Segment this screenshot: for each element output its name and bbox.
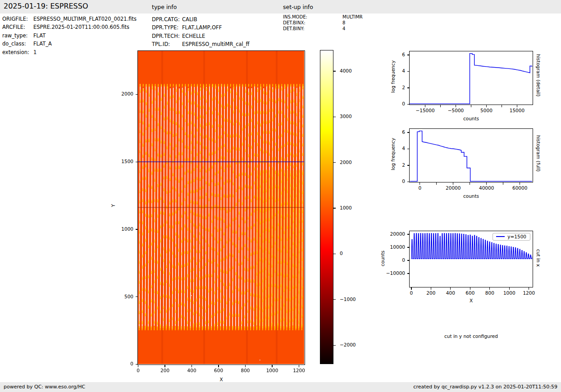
info-value: FLAT,LAMP,OFF xyxy=(182,23,222,32)
tick-mark xyxy=(299,365,299,367)
info-row: extension:1 xyxy=(2,48,137,56)
tick-mark xyxy=(407,132,410,132)
tick-mark xyxy=(517,105,517,107)
tick-mark xyxy=(431,287,431,290)
info-label: DPR.TYPE: xyxy=(152,23,182,32)
tick-label: 0 xyxy=(404,185,436,191)
footer-bar: powered by QC: www.eso.org/HC created by… xyxy=(0,382,561,392)
info-value: ESPRE.2025-01-20T11:00:00.605.fits xyxy=(33,23,129,31)
tick-mark xyxy=(136,296,138,297)
tick-label: 60000 xyxy=(504,185,536,191)
info-row: DET.BINX:8 xyxy=(283,20,363,26)
tick-mark xyxy=(456,105,456,107)
tick-mark xyxy=(407,182,410,182)
tick-label: −10000 xyxy=(379,270,405,276)
info-value: ESPRESSO_multiMR_cal_ff xyxy=(182,40,249,48)
tick-label: 500 xyxy=(107,294,133,299)
tick-mark xyxy=(333,162,336,163)
tick-mark xyxy=(407,273,410,273)
info-value: MULTIMR xyxy=(342,14,363,20)
tick-mark xyxy=(425,105,425,107)
tick-mark xyxy=(333,345,336,346)
info-label: DET.BINY: xyxy=(283,26,342,32)
tick-mark xyxy=(272,365,272,367)
tick-mark xyxy=(450,287,451,290)
tick-label: 1200 xyxy=(283,368,315,373)
tick-label: 2 xyxy=(379,162,405,168)
tick-label: −5000 xyxy=(440,108,472,113)
tick-mark xyxy=(407,234,410,234)
footer-right-text: created by qc_rawdisp.py v1.2.3 on 2025-… xyxy=(413,384,557,390)
tick-label: 5000 xyxy=(470,108,502,113)
info-row: ORIGFILE:ESPRESSO_MULTIMR_FLAT020_0021.f… xyxy=(2,15,137,23)
tick-label: 1500 xyxy=(107,159,133,164)
info-label: ORIGFILE: xyxy=(2,15,33,23)
tick-mark xyxy=(440,105,441,107)
tick-mark xyxy=(164,365,165,367)
tick-mark xyxy=(407,165,410,165)
info-label: DPR.CATG: xyxy=(152,15,182,23)
tick-mark xyxy=(509,287,510,290)
section-label-setup-info: set-up info xyxy=(283,4,313,10)
hist-detail-xaxis-label: counts xyxy=(409,116,533,121)
colorbar xyxy=(320,50,333,364)
tick-label: 1000 xyxy=(340,205,352,210)
info-row: DPR.TECH:ECHELLE xyxy=(152,32,249,40)
footer-left-text: powered by QC: www.eso.org/HC xyxy=(4,384,85,390)
info-value: FLAT_A xyxy=(33,40,52,48)
info-label: DPR.TECH: xyxy=(152,32,182,40)
hist-detail-right-label: histogram (detail) xyxy=(536,54,541,96)
tick-mark xyxy=(407,71,410,72)
tick-mark xyxy=(136,229,138,229)
header-bar: 2025-01-19: ESPRESSO type info set-up in… xyxy=(0,0,561,14)
tick-mark xyxy=(407,260,410,260)
info-label: do_class: xyxy=(2,40,33,48)
raw-image-canvas xyxy=(138,51,304,364)
hist-full-xaxis-label: counts xyxy=(409,193,533,199)
tick-label: 6 xyxy=(379,129,405,135)
cut-in-y-note: cut in y not configured xyxy=(409,333,533,339)
tick-mark xyxy=(489,287,490,290)
info-value: ECHELLE xyxy=(182,32,205,40)
info-row: ARCFILE:ESPRE.2025-01-20T11:00:00.605.fi… xyxy=(2,23,137,31)
tick-label: 4 xyxy=(379,68,405,73)
tick-mark xyxy=(136,364,138,365)
info-value: CALIB xyxy=(182,15,197,23)
tick-label: 2000 xyxy=(340,160,352,165)
info-label: raw_type: xyxy=(2,32,33,40)
legend: y=1500 xyxy=(493,233,530,241)
raw-image-plot xyxy=(137,50,305,365)
info-row: DET.BINY:4 xyxy=(283,26,363,32)
tick-label: 10000 xyxy=(379,244,405,250)
info-value: 4 xyxy=(342,26,345,32)
info-row: TPL.ID:ESPRESSO_multiMR_cal_ff xyxy=(152,40,249,48)
tick-mark xyxy=(333,208,336,208)
tick-mark xyxy=(486,182,487,185)
tick-mark xyxy=(333,254,336,254)
tick-mark xyxy=(407,87,410,88)
tick-mark xyxy=(136,162,138,162)
tick-mark xyxy=(420,182,420,185)
info-value: FLAT xyxy=(33,32,46,40)
info-row: raw_type:FLAT xyxy=(2,32,137,40)
info-value: ESPRESSO_MULTIMR_FLAT020_0021.fits xyxy=(33,15,137,23)
legend-label: y=1500 xyxy=(507,234,526,239)
info-value: 8 xyxy=(342,20,345,26)
info-row: DPR.CATG:CALIB xyxy=(152,15,249,23)
tick-label: 4000 xyxy=(340,68,352,73)
tick-mark xyxy=(192,365,192,367)
info-label: DET.BINX: xyxy=(283,20,342,26)
tick-label: −2000 xyxy=(340,342,356,347)
tick-label: 0 xyxy=(379,257,405,263)
tick-mark xyxy=(407,149,410,149)
tick-mark xyxy=(436,182,437,185)
tick-label: 2 xyxy=(379,85,405,90)
main-yaxis-label: Y xyxy=(110,204,116,207)
histogram-full-plot xyxy=(409,128,533,182)
hist-full-right-label: histogram (full) xyxy=(536,135,541,172)
histogram-detail-plot xyxy=(409,51,533,105)
info-value: 1 xyxy=(33,48,36,56)
legend-line-sample xyxy=(496,236,505,237)
tick-mark xyxy=(471,105,471,107)
tick-mark xyxy=(407,247,410,247)
